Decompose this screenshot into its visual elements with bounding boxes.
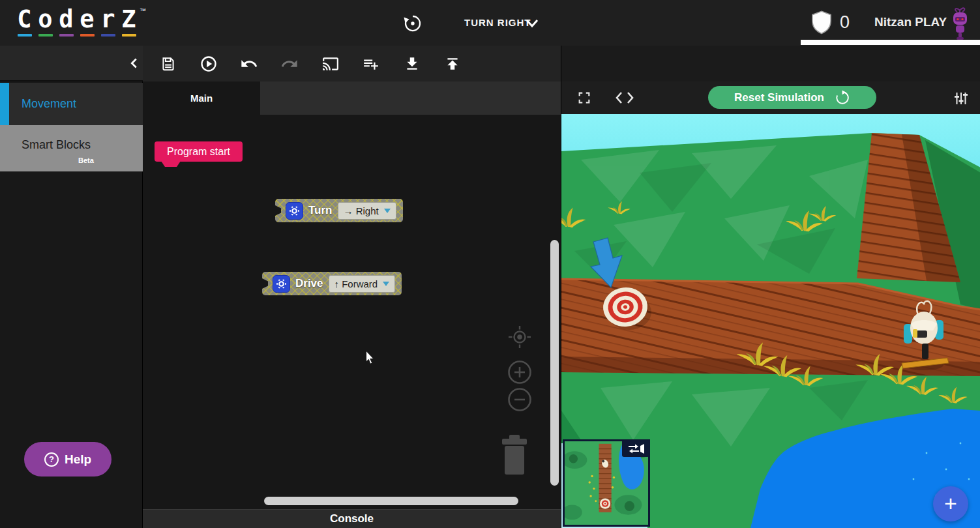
minimap [563,439,650,527]
workspace-toolbar [143,46,561,81]
user-section-underline [801,40,980,45]
add-to-list-icon[interactable] [362,55,380,73]
simulation-panel: Reset Simulation [561,46,980,528]
sidebar-header [0,46,143,81]
logo-dash [122,34,136,37]
cast-icon[interactable] [321,55,340,73]
fullscreen-icon[interactable] [576,89,593,106]
beta-badge: Beta [78,156,94,164]
history-icon[interactable] [402,13,423,34]
logo-dash [38,34,53,37]
sim-3d-viewport[interactable]: + [561,114,980,528]
gear-icon[interactable] [286,202,303,220]
sidebar-item-smart-blocks[interactable]: Smart Blocks Beta [0,125,143,171]
zoom-to-fit-icon[interactable] [504,321,535,353]
blockly-canvas[interactable]: Program start Turn → Righ [143,115,561,509]
help-label: Help [65,452,91,467]
save-icon[interactable] [159,55,177,73]
reset-simulation-label: Reset Simulation [734,91,824,104]
zoom-out-icon[interactable] [506,386,533,413]
logo-trademark: ™ [140,7,146,14]
upload-icon[interactable] [443,55,462,73]
coderz-logo: C o d e r Z ™ [16,6,146,37]
sidebar-item-label: Movement [22,83,76,125]
refresh-icon [835,90,850,106]
dropdown-arrow-icon [384,209,391,213]
undo-icon[interactable] [240,55,258,73]
turn-block-label: Turn [308,204,333,217]
horizontal-scrollbar[interactable] [264,497,518,505]
blockly-workspace-panel: Main Program start [143,46,561,528]
add-fab-button[interactable]: + [933,486,968,521]
top-header: C o d e r Z ™ TURN RIGHT 0 Nitzan PLAY [0,0,980,46]
code-icon[interactable] [615,90,634,106]
tab-main[interactable]: Main [143,81,260,115]
console-label: Console [330,512,374,525]
logo-letter: r [100,6,115,33]
camera-switch-icon[interactable] [622,440,649,457]
logo-letter: o [38,6,52,33]
tab-main-label: Main [190,93,213,104]
coderz-app: C o d e r Z ™ TURN RIGHT 0 Nitzan PLAY [0,0,980,528]
plus-icon: + [944,492,957,514]
simulation-header: Reset Simulation [561,81,980,114]
mission-name-label: TURN RIGHT [464,17,531,28]
turn-direction-dropdown[interactable]: → Right [338,202,396,220]
active-item-stripe [0,83,9,125]
gear-icon[interactable] [273,275,290,293]
collapse-chevron-icon[interactable] [125,54,143,72]
zoom-in-icon[interactable] [506,359,533,386]
sidebar-item-movement[interactable]: Movement [0,83,143,125]
logo-dash [18,34,32,37]
drive-block[interactable]: Drive ↑ Forward [262,272,402,295]
tune-icon[interactable] [953,90,970,107]
download-icon[interactable] [403,55,421,73]
mission-chevron-down-icon[interactable] [524,17,541,30]
program-start-connector [161,161,181,167]
redo-icon[interactable] [280,55,299,73]
logo-letter: Z [121,6,136,33]
logo-dash [101,34,115,37]
sidebar-item-label: Smart Blocks [22,138,91,152]
drive-block-label: Drive [295,277,323,290]
logo-letter: e [80,6,94,33]
help-question-icon: ? [44,452,59,467]
robot-avatar[interactable] [949,5,972,42]
left-sidebar: Movement Smart Blocks Beta ? Help [0,46,143,528]
turn-direction-value: → Right [344,205,379,216]
logo-dash [59,34,74,37]
program-start-block[interactable]: Program start [155,141,243,162]
dropdown-arrow-icon [383,282,389,286]
logo-letter: d [59,6,73,33]
logo-dash [80,34,95,37]
turn-block[interactable]: Turn → Right [275,199,403,222]
simulation-top-spacer [561,46,980,81]
shield-icon [809,10,835,36]
drive-direction-dropdown[interactable]: ↑ Forward [329,275,396,293]
help-button[interactable]: ? Help [24,442,111,477]
drive-direction-value: ↑ Forward [334,278,378,289]
reset-simulation-button[interactable]: Reset Simulation [708,86,876,109]
trash-icon[interactable] [497,435,532,478]
mouse-cursor [365,351,374,365]
logo-letter: C [17,6,31,33]
user-name[interactable]: Nitzan PLAY [874,15,947,29]
workspace-tab-row: Main [143,81,561,115]
program-start-label: Program start [167,146,230,158]
run-icon[interactable] [200,55,218,73]
vertical-scrollbar[interactable] [550,240,559,486]
points-counter: 0 [840,12,850,33]
console-bar[interactable]: Console [143,509,561,528]
